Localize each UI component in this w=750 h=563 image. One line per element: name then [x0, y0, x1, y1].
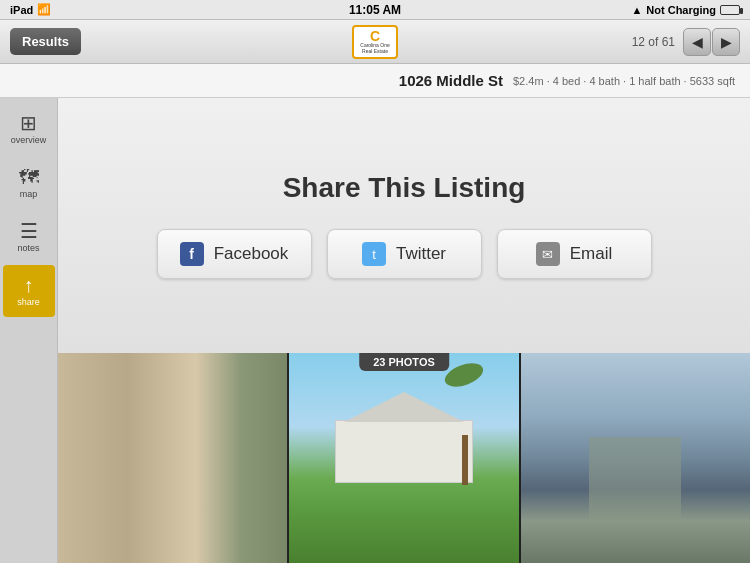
palm-trunk: [462, 435, 468, 485]
photos-strip: 23 PHOTOS: [58, 353, 750, 563]
facebook-label: Facebook: [214, 244, 289, 264]
sidebar-item-notes[interactable]: ☰ notes: [3, 211, 55, 263]
share-buttons: f Facebook t Twitter ✉ Email: [157, 229, 652, 279]
logo-letter: C: [370, 29, 380, 43]
photo-2[interactable]: [289, 353, 518, 563]
house-body: [335, 420, 473, 483]
overview-label: overview: [11, 135, 47, 145]
photos-grid: [58, 353, 750, 563]
nav-right: 12 of 61 ◀ ▶: [632, 28, 740, 56]
share-panel: Share This Listing f Facebook t Twitter …: [58, 98, 750, 353]
wifi-icon: 📶: [37, 3, 51, 16]
status-bar: iPad 📶 11:05 AM ▲ Not Charging: [0, 0, 750, 20]
results-button[interactable]: Results: [10, 28, 81, 55]
sidebar-item-share[interactable]: ↑ share: [3, 265, 55, 317]
notes-label: notes: [17, 243, 39, 253]
twitter-icon: t: [362, 242, 386, 266]
email-label: Email: [570, 244, 613, 264]
battery-icon: [720, 5, 740, 15]
carrier-label: iPad: [10, 4, 33, 16]
share-label: share: [17, 297, 40, 307]
nav-bar: Results C Carolina OneReal Estate 12 of …: [0, 20, 750, 64]
status-time: 11:05 AM: [349, 3, 401, 17]
page-count: 12 of 61: [632, 35, 675, 49]
logo-box: C Carolina OneReal Estate: [352, 25, 398, 59]
property-bar: 1026 Middle St $2.4m · 4 bed · 4 bath · …: [0, 64, 750, 98]
app-logo: C Carolina OneReal Estate: [350, 24, 400, 60]
nav-arrows: ◀ ▶: [683, 28, 740, 56]
content-area: Share This Listing f Facebook t Twitter …: [58, 98, 750, 563]
twitter-label: Twitter: [396, 244, 446, 264]
sidebar-item-overview[interactable]: ⊞ overview: [3, 103, 55, 155]
map-label: map: [20, 189, 38, 199]
facebook-button[interactable]: f Facebook: [157, 229, 312, 279]
sidebar: ⊞ overview 🗺 map ☰ notes ↑ share: [0, 98, 58, 563]
house-roof-shape: [344, 392, 464, 422]
property-details: $2.4m · 4 bed · 4 bath · 1 half bath · 5…: [513, 75, 735, 87]
photo-porch: [58, 353, 287, 563]
main-layout: ⊞ overview 🗺 map ☰ notes ↑ share Share T…: [0, 98, 750, 563]
property-address: 1026 Middle St: [399, 72, 503, 89]
logo-subtext: Carolina OneReal Estate: [360, 43, 389, 54]
photos-count-label: 23 PHOTOS: [359, 353, 449, 371]
next-button[interactable]: ▶: [712, 28, 740, 56]
sidebar-item-map[interactable]: 🗺 map: [3, 157, 55, 209]
photo-house: [289, 353, 518, 563]
map-icon: 🗺: [19, 167, 39, 187]
twitter-button[interactable]: t Twitter: [327, 229, 482, 279]
photo-3[interactable]: [521, 353, 750, 563]
share-icon: ↑: [24, 275, 34, 295]
overview-icon: ⊞: [20, 113, 37, 133]
photo-1[interactable]: [58, 353, 287, 563]
house-silhouette: [589, 437, 681, 521]
charging-label: Not Charging: [646, 4, 716, 16]
email-icon: ✉: [536, 242, 560, 266]
notes-icon: ☰: [20, 221, 38, 241]
share-title: Share This Listing: [283, 172, 526, 204]
status-right: ▲ Not Charging: [631, 4, 740, 16]
email-button[interactable]: ✉ Email: [497, 229, 652, 279]
photo-water: [521, 353, 750, 563]
location-icon: ▲: [631, 4, 642, 16]
facebook-icon: f: [180, 242, 204, 266]
prev-button[interactable]: ◀: [683, 28, 711, 56]
status-left: iPad 📶: [10, 3, 51, 16]
